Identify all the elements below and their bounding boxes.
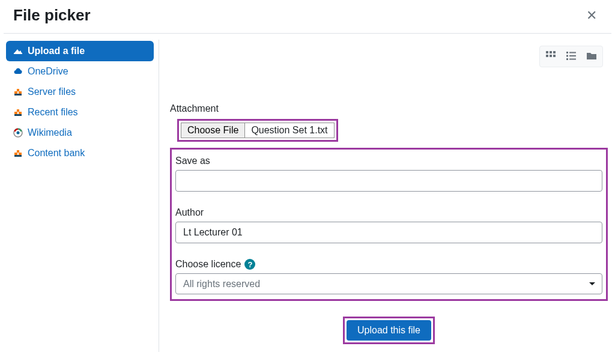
- author-label: Author: [175, 207, 602, 218]
- upload-this-file-button[interactable]: Upload this file: [347, 320, 431, 341]
- sidebar-item-upload-a-file[interactable]: Upload a file: [6, 41, 154, 61]
- svg-rect-13: [566, 58, 568, 60]
- file-chooser-highlight: Choose File Question Set 1.txt: [177, 119, 338, 142]
- choose-file-button[interactable]: Choose File: [181, 123, 245, 138]
- server-files-icon: [13, 87, 23, 97]
- svg-rect-9: [566, 52, 568, 53]
- chosen-file-name: Question Set 1.txt: [245, 123, 334, 138]
- sidebar-item-label: Content bank: [28, 148, 85, 159]
- svg-rect-6: [546, 55, 548, 57]
- grid-icon: [545, 50, 556, 63]
- attachment-label: Attachment: [170, 103, 608, 114]
- content-bank-icon: [13, 148, 23, 158]
- save-as-input[interactable]: [175, 170, 602, 192]
- svg-rect-0: [14, 53, 22, 54]
- upload-button-highlight: Upload this file: [343, 317, 435, 344]
- author-input[interactable]: [175, 222, 602, 243]
- svg-rect-5: [553, 51, 556, 53]
- list-icon: [566, 50, 577, 63]
- view-list-button[interactable]: [562, 47, 581, 65]
- svg-rect-14: [569, 58, 576, 59]
- licence-label: Choose licence: [175, 259, 241, 270]
- sidebar-item-label: Recent files: [28, 107, 78, 118]
- svg-rect-11: [566, 55, 568, 56]
- upload-icon: [13, 46, 23, 56]
- close-button[interactable]: ✕: [581, 7, 602, 25]
- recent-files-icon: [13, 108, 23, 117]
- view-tree-button[interactable]: [582, 47, 601, 65]
- sidebar-item-wikimedia[interactable]: Wikimedia: [6, 123, 154, 143]
- sidebar-item-server-files[interactable]: Server files: [6, 82, 154, 102]
- dialog-title: File picker: [13, 6, 91, 25]
- svg-rect-7: [550, 55, 552, 57]
- sidebar-item-recent-files[interactable]: Recent files: [6, 102, 154, 123]
- svg-point-2: [17, 132, 20, 135]
- onedrive-icon: [13, 67, 23, 76]
- folder-icon: [586, 50, 597, 63]
- form-fields-highlight: Save as Author Choose licence ? All righ…: [170, 148, 608, 301]
- sidebar-item-content-bank[interactable]: Content bank: [6, 143, 154, 163]
- svg-rect-4: [550, 51, 552, 53]
- svg-rect-10: [569, 52, 576, 53]
- svg-rect-8: [553, 55, 556, 57]
- sidebar-item-label: OneDrive: [28, 66, 68, 77]
- svg-rect-12: [569, 55, 576, 56]
- sidebar-item-label: Server files: [28, 86, 76, 97]
- view-icons-button[interactable]: [541, 47, 560, 65]
- help-icon[interactable]: ?: [244, 259, 255, 270]
- svg-rect-3: [546, 51, 548, 53]
- save-as-label: Save as: [175, 156, 602, 166]
- licence-select[interactable]: All rights reserved: [175, 273, 602, 294]
- sidebar-item-label: Wikimedia: [28, 127, 72, 138]
- view-toggle-group: [539, 46, 603, 67]
- sidebar-item-label: Upload a file: [28, 46, 85, 56]
- close-icon: ✕: [586, 8, 597, 23]
- sidebar-item-onedrive[interactable]: OneDrive: [6, 61, 154, 82]
- repository-sidebar: Upload a file OneDrive Server files Rece…: [4, 40, 159, 352]
- wikimedia-icon: [13, 128, 23, 138]
